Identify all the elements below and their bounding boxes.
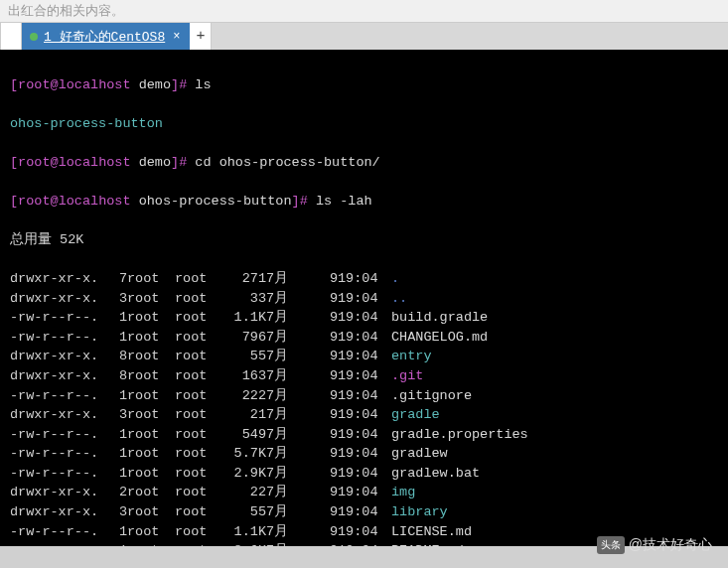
status-dot-icon: [30, 33, 38, 41]
total-line: 总用量 52K: [10, 230, 718, 250]
terminal-output[interactable]: [root@localhost demo]# ls ohos-process-b…: [0, 50, 728, 546]
file-row: -rw-r--r--. 1 root root 222 7月9 19:04 .g…: [10, 386, 718, 406]
watermark: 头条 @技术好奇心: [597, 536, 712, 554]
file-listing: drwxr-xr-x. 7 root root 271 7月9 19:04 .d…: [10, 269, 718, 546]
prompt-line-1: [root@localhost demo]# ls: [10, 75, 718, 95]
terminal-tab[interactable]: 1 好奇心的CentOS8 ×: [22, 23, 190, 50]
file-row: drwxr-xr-x. 7 root root 271 7月9 19:04 .: [10, 269, 718, 289]
file-row: drwxr-xr-x. 8 root root 163 7月9 19:04 .g…: [10, 366, 718, 386]
file-row: -rw-r--r--. 1 root root 549 7月9 19:04 gr…: [10, 425, 718, 445]
file-row: -rw-r--r--. 1 root root 5.7K 7月9 19:04 g…: [10, 444, 718, 464]
file-row: drwxr-xr-x. 3 root root 21 7月9 19:04 gra…: [10, 405, 718, 425]
file-row: drwxr-xr-x. 3 root root 33 7月9 19:04 ..: [10, 289, 718, 309]
cropped-header-text: 出红合的相关内容。: [0, 0, 728, 22]
file-row: -rw-r--r--. 1 root root 796 7月9 19:04 CH…: [10, 328, 718, 348]
watermark-text: @技术好奇心: [629, 536, 712, 554]
prompt-line-3: [root@localhost ohos-process-button]# ls…: [10, 192, 718, 212]
tab-left-stub[interactable]: [0, 23, 22, 50]
file-row: -rw-r--r--. 1 root root 1.1K 7月9 19:04 b…: [10, 308, 718, 328]
toutiao-icon: 头条: [597, 536, 625, 554]
tab-bar: 1 好奇心的CentOS8 × +: [0, 22, 728, 50]
file-row: drwxr-xr-x. 2 root root 22 7月9 19:04 img: [10, 483, 718, 502]
file-row: drwxr-xr-x. 3 root root 55 7月9 19:04 lib…: [10, 502, 718, 522]
tab-title: 1 好奇心的CentOS8: [44, 28, 165, 46]
prompt-line-2: [root@localhost demo]# cd ohos-process-b…: [10, 153, 718, 173]
file-row: -rw-r--r--. 1 root root 2.9K 7月9 19:04 g…: [10, 464, 718, 484]
add-tab-button[interactable]: +: [190, 23, 212, 50]
output-line: ohos-process-button: [10, 114, 718, 134]
close-icon[interactable]: ×: [171, 30, 182, 44]
file-row: drwxr-xr-x. 8 root root 55 7月9 19:04 ent…: [10, 347, 718, 366]
